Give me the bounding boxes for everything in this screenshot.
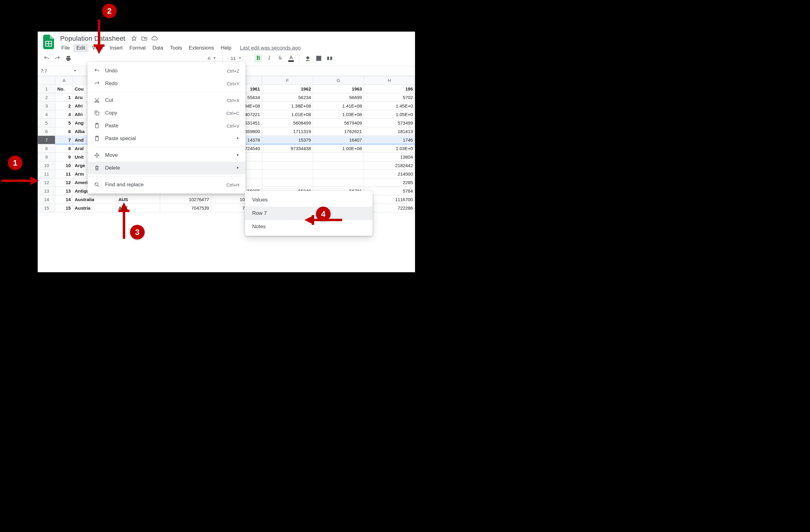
menu-view[interactable]: View [89, 44, 106, 52]
select-all-corner[interactable] [38, 76, 55, 85]
print-icon[interactable] [64, 54, 72, 62]
menu-item-undo[interactable]: UndoCtrl+Z [87, 64, 245, 77]
font-name-select[interactable]: ri [206, 55, 218, 61]
cell[interactable] [262, 170, 313, 178]
borders-button[interactable] [315, 54, 323, 62]
cell[interactable]: 4 [55, 110, 72, 119]
menu-item-delete[interactable]: Delete [87, 162, 245, 174]
column-header[interactable]: F [262, 76, 313, 85]
menu-extensions[interactable]: Extensions [185, 44, 217, 52]
cell[interactable]: 1 [55, 93, 72, 102]
cell[interactable] [313, 161, 364, 170]
cell[interactable] [313, 170, 364, 178]
cell[interactable]: 5 [55, 119, 72, 127]
move-folder-icon[interactable] [141, 35, 148, 42]
row-header[interactable]: 6 [38, 127, 55, 136]
menu-item-paste[interactable]: PasteCtrl+V [87, 119, 245, 132]
cell[interactable] [262, 161, 313, 170]
undo-icon[interactable] [43, 54, 50, 62]
cell[interactable]: 7 [55, 136, 72, 144]
menu-help[interactable]: Help [217, 44, 234, 52]
menu-data[interactable]: Data [149, 44, 166, 52]
cell[interactable] [313, 178, 364, 187]
cell[interactable] [262, 153, 313, 161]
cell[interactable]: 1.03E+08 [313, 110, 364, 119]
row-header[interactable]: 8 [38, 144, 55, 153]
text-color-button[interactable]: A [287, 54, 295, 62]
cell[interactable]: 1.45E+0 [364, 102, 415, 110]
menu-item-find-and-replace[interactable]: Find and replaceCtrl+H [87, 178, 245, 191]
cell[interactable]: 12 [55, 178, 72, 187]
row-header[interactable]: 10 [38, 161, 55, 170]
cell[interactable]: 8 [55, 144, 72, 153]
cell[interactable]: 56234 [262, 93, 313, 102]
row-header[interactable]: 11 [38, 170, 55, 178]
cell[interactable]: 573499 [364, 119, 415, 127]
cell[interactable]: 196 [364, 85, 415, 93]
italic-button[interactable]: I [265, 54, 273, 62]
cell[interactable]: 10276477 [160, 195, 211, 204]
cell[interactable] [313, 153, 364, 161]
submenu-item-row-7[interactable]: Row 7 [245, 207, 372, 220]
strikethrough-button[interactable]: S [276, 54, 284, 62]
menu-item-paste-special[interactable]: Paste special [87, 132, 245, 145]
row-header[interactable]: 1 [38, 85, 55, 93]
cell[interactable]: 14 [55, 195, 72, 204]
cell[interactable]: 5608499 [262, 119, 313, 127]
row-header[interactable]: 7 [38, 136, 55, 144]
menu-item-copy[interactable]: CopyCtrl+C [87, 107, 245, 119]
cell[interactable]: 5679409 [313, 119, 364, 127]
cell[interactable]: 181413 [364, 127, 415, 136]
menu-item-cut[interactable]: CutCtrl+X [87, 94, 245, 107]
cell[interactable] [262, 178, 313, 187]
cell[interactable]: 13804 [364, 153, 415, 161]
row-header[interactable]: 3 [38, 102, 55, 110]
menu-format[interactable]: Format [126, 44, 149, 52]
cell[interactable]: No. [55, 85, 72, 93]
cell[interactable]: 15 [55, 204, 72, 212]
cell[interactable]: 2182442 [364, 161, 415, 170]
cell[interactable]: AUS [116, 195, 160, 204]
cell[interactable]: Austria [72, 204, 116, 212]
cell[interactable]: 10 [55, 161, 72, 170]
row-header[interactable]: 15 [38, 204, 55, 212]
menu-tools[interactable]: Tools [167, 44, 185, 52]
redo-icon[interactable] [53, 54, 61, 62]
row-header[interactable]: 4 [38, 110, 55, 119]
menu-edit[interactable]: Edit [73, 44, 88, 52]
cell[interactable]: 56699 [313, 93, 364, 102]
cell[interactable]: 15379 [262, 136, 313, 144]
cell[interactable]: 1.38E+08 [262, 102, 313, 110]
cell[interactable]: 2285 [364, 178, 415, 187]
cell[interactable]: 1711319 [262, 127, 313, 136]
doc-title[interactable]: Population Datasheet [58, 34, 127, 43]
row-header[interactable]: 14 [38, 195, 55, 204]
row-header[interactable]: 9 [38, 153, 55, 161]
cell[interactable]: 1.03E+0 [364, 144, 415, 153]
submenu-item-values[interactable]: Values [245, 193, 372, 207]
cell[interactable]: 1962 [262, 85, 313, 93]
cell[interactable]: 1746 [364, 136, 415, 144]
bold-button[interactable]: B [254, 54, 262, 62]
cell[interactable]: 1 00E+08 [313, 144, 364, 153]
menu-insert[interactable]: Insert [107, 44, 126, 52]
sheets-logo-icon[interactable] [43, 34, 55, 50]
row-header[interactable]: 12 [38, 178, 55, 187]
row-header[interactable]: 13 [38, 187, 55, 195]
cell[interactable]: 1963 [313, 85, 364, 93]
name-box[interactable]: 7:7 [38, 67, 80, 75]
cell[interactable]: 9 [55, 153, 72, 161]
menu-item-redo[interactable]: RedoCtrl+Y [87, 77, 245, 90]
cell[interactable]: 1.01E+08 [262, 110, 313, 119]
column-header[interactable]: G [313, 76, 364, 85]
star-icon[interactable] [131, 35, 137, 42]
cell[interactable]: 1.41E+08 [313, 102, 364, 110]
cell[interactable]: 1.05E+0 [364, 110, 415, 119]
cell[interactable]: 97334438 [262, 144, 313, 153]
cell[interactable]: 11 [55, 170, 72, 178]
last-edit-link[interactable]: Last edit was seconds ago [240, 45, 301, 51]
cell[interactable]: 7047539 [160, 204, 211, 212]
cell[interactable]: Australia [72, 195, 116, 204]
cell[interactable]: 5702 [364, 93, 415, 102]
row-header[interactable]: 2 [38, 93, 55, 102]
